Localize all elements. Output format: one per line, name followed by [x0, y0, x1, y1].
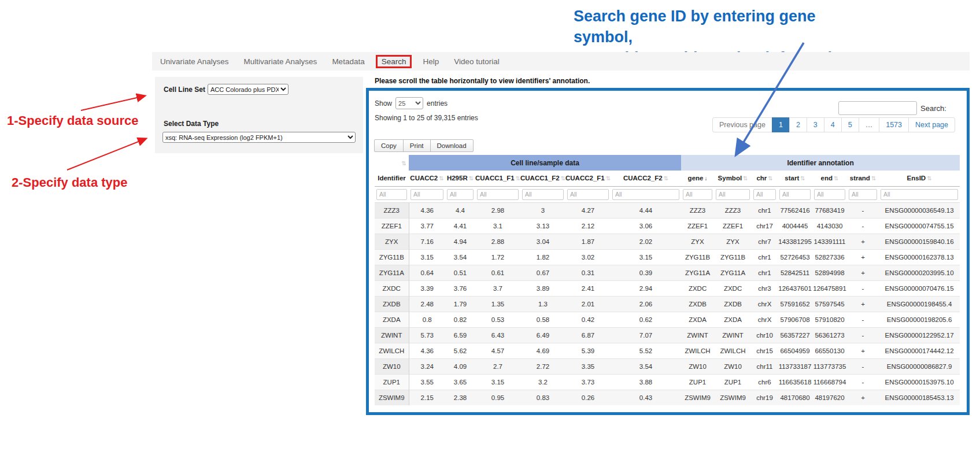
column-filter-symbol[interactable]: [716, 189, 750, 200]
data-cell-cuacc1-f1: 3.7: [475, 280, 520, 296]
table-row-zup1[interactable]: ZUP13.553.653.153.23.733.88ZUP1ZUP1chr61…: [375, 374, 960, 390]
data-cell-end: 126475891: [812, 280, 847, 296]
data-cell-strand: +: [847, 343, 879, 358]
column-header-cuacc2-f2[interactable]: CUACC2_F2⇅: [611, 171, 681, 186]
data-cell-gene: ZW10: [681, 358, 714, 374]
column-header-cuacc1-f1[interactable]: CUACC1_F1⇅: [475, 171, 520, 186]
column-filter-ensid[interactable]: [881, 189, 958, 200]
nav-item-search[interactable]: Search: [376, 55, 412, 68]
table-row-zyg11a[interactable]: ZYG11A0.640.510.610.670.310.39ZYG11AZYG1…: [375, 265, 960, 280]
filter-cell-chr: [752, 186, 778, 202]
column-filter-chr[interactable]: [753, 189, 776, 200]
data-cell-symbol: ZXDC: [714, 280, 752, 296]
cell-line-set-select[interactable]: ACC Colorado plus PDX: [208, 84, 289, 95]
page-button-3[interactable]: 3: [807, 117, 824, 132]
page-button-4[interactable]: 4: [824, 117, 842, 132]
column-header-end[interactable]: end⇅: [812, 171, 847, 186]
column-header-symbol[interactable]: Symbol⇅: [714, 171, 752, 186]
sort-icon: ⇅: [561, 175, 565, 182]
data-cell-cuacc2-f1: 3.73: [565, 374, 611, 390]
data-cell-h295r: 4.41: [445, 218, 475, 234]
column-header-chr[interactable]: chr⇅: [752, 171, 778, 186]
column-filter-start[interactable]: [779, 189, 811, 200]
data-cell-cuacc2: 3.55: [409, 374, 445, 390]
table-row-zzef1[interactable]: ZZEF13.774.413.13.132.123.06ZZEF1ZZEF1ch…: [375, 218, 960, 234]
column-header-h295r[interactable]: H295R⇅: [445, 171, 475, 186]
data-cell-gene: ZXDC: [681, 280, 714, 296]
data-cell-cuacc2-f1: 6.87: [565, 327, 611, 343]
column-filter-end[interactable]: [814, 189, 845, 200]
column-header-start[interactable]: start⇅: [778, 171, 812, 186]
column-filter-cuacc1-f1[interactable]: [477, 189, 519, 200]
table-row-zyx[interactable]: ZYX7.164.942.883.041.872.02ZYXZYXchr7143…: [375, 234, 960, 249]
data-cell-gene: ZSWIM9: [681, 390, 714, 405]
nav-item-multivariate-analyses[interactable]: Multivariate Analyses: [244, 57, 317, 66]
table-search-input[interactable]: [838, 101, 917, 115]
data-cell-h295r: 4.4: [445, 202, 475, 218]
data-cell-cuacc2-f1: 0.31: [565, 265, 611, 280]
identifier-cell: ZUP1: [375, 374, 409, 390]
column-header-strand[interactable]: strand⇅: [847, 171, 879, 186]
table-row-zxdc[interactable]: ZXDC3.393.763.73.892.412.94ZXDCZXDCchr31…: [375, 280, 960, 296]
table-row-zxdb[interactable]: ZXDB2.481.791.351.32.012.06ZXDBZXDBchrX5…: [375, 296, 960, 312]
table-row-zxda[interactable]: ZXDA0.80.820.530.580.420.62ZXDAZXDAchrX5…: [375, 312, 960, 327]
table-row-zw10[interactable]: ZW103.244.092.72.723.353.54ZW10ZW10chr11…: [375, 358, 960, 374]
column-filter-identifier[interactable]: [376, 189, 407, 200]
page-button-1573[interactable]: 1573: [879, 117, 909, 132]
identifier-group-corner[interactable]: ⇅: [375, 155, 409, 171]
table-row-zswim9[interactable]: ZSWIM92.152.380.950.830.260.43ZSWIM9ZSWI…: [375, 390, 960, 405]
sort-icon: ⇅: [402, 160, 406, 166]
data-cell-end: 66550130: [812, 343, 847, 358]
page-button-2[interactable]: 2: [789, 117, 807, 132]
data-cell-cuacc1-f1: 0.95: [475, 390, 520, 405]
download-button[interactable]: Download: [430, 139, 474, 152]
data-cell-chr: chr15: [752, 343, 778, 358]
table-row-zwint[interactable]: ZWINT5.736.596.436.496.877.07ZWINTZWINTc…: [375, 327, 960, 343]
data-cell-h295r: 3.54: [445, 249, 475, 265]
data-cell-h295r: 0.51: [445, 265, 475, 280]
column-filter-strand[interactable]: [849, 189, 877, 200]
data-cell-cuacc2-f1: 2.01: [565, 296, 611, 312]
previous-page-button[interactable]: Previous page: [712, 117, 772, 132]
table-info-text: Showing 1 to 25 of 39,315 entries: [375, 114, 478, 122]
data-type-label: Select Data Type: [164, 120, 219, 128]
data-cell-chr: chr17: [752, 218, 778, 234]
data-cell-cuacc2-f2: 3.06: [611, 218, 681, 234]
nav-item-help[interactable]: Help: [423, 57, 439, 66]
table-row-zzz3[interactable]: ZZZ34.364.42.9834.274.44ZZZ3ZZZ3chr17756…: [375, 202, 960, 218]
page-button-5[interactable]: 5: [841, 117, 859, 132]
page-length-select[interactable]: 25: [395, 97, 423, 109]
column-filter-cuacc2-f1[interactable]: [567, 189, 609, 200]
print-button[interactable]: Print: [403, 139, 431, 152]
column-filter-gene[interactable]: [683, 189, 712, 200]
data-cell-start: 126437601: [778, 280, 812, 296]
data-cell-chr: chr1: [752, 249, 778, 265]
filter-cell-cuacc1-f1: [475, 186, 520, 202]
table-row-zwilch[interactable]: ZWILCH4.365.624.574.695.395.52ZWILCHZWIL…: [375, 343, 960, 358]
data-type-select[interactable]: xsq: RNA-seq Expression (log2 FPKM+1): [162, 132, 356, 143]
data-cell-gene: ZZZ3: [681, 202, 714, 218]
column-header-cuacc1-f2[interactable]: CUACC1_F2⇅: [520, 171, 565, 186]
data-cell-cuacc2: 3.39: [409, 280, 445, 296]
table-group-header-row: ⇅ Cell line/sample data Identifier annot…: [375, 155, 960, 171]
copy-button[interactable]: Copy: [374, 139, 404, 152]
table-row-zyg11b[interactable]: ZYG11B3.153.541.721.823.023.15ZYG11BZYG1…: [375, 249, 960, 265]
page-button-1[interactable]: 1: [772, 117, 790, 132]
column-filter-cuacc1-f2[interactable]: [522, 189, 564, 200]
nav-item-metadata[interactable]: Metadata: [332, 57, 364, 66]
nav-item-video-tutorial[interactable]: Video tutorial: [454, 57, 500, 66]
next-page-button[interactable]: Next page: [908, 117, 955, 132]
data-cell-symbol: ZXDA: [714, 312, 752, 327]
column-header-identifier[interactable]: Identifier: [375, 171, 409, 186]
data-cell-chr: chr7: [752, 234, 778, 249]
column-filter-cuacc2-f2[interactable]: [612, 189, 679, 200]
identifier-cell: ZZEF1: [375, 218, 409, 234]
column-header-ensid[interactable]: EnsID⇅: [879, 171, 960, 186]
column-filter-cuacc2[interactable]: [411, 189, 443, 200]
data-cell-cuacc2-f2: 3.15: [611, 249, 681, 265]
column-header-cuacc2-f1[interactable]: CUACC2_F1⇅: [565, 171, 611, 186]
column-filter-h295r[interactable]: [447, 189, 474, 200]
nav-item-univariate-analyses[interactable]: Univariate Analyses: [160, 57, 229, 66]
column-header-gene[interactable]: gene↓: [681, 171, 714, 186]
column-header-cuacc2[interactable]: CUACC2⇅: [409, 171, 445, 186]
